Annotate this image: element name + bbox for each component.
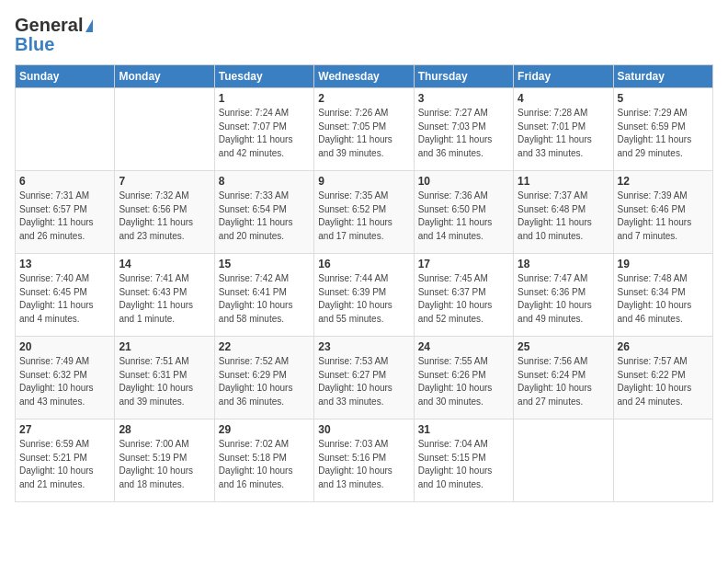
- calendar-table: SundayMondayTuesdayWednesdayThursdayFrid…: [15, 64, 713, 502]
- day-number: 25: [518, 340, 609, 353]
- calendar-cell: [613, 419, 712, 502]
- day-info: Sunrise: 7:44 AM Sunset: 6:39 PM Dayligh…: [318, 272, 409, 326]
- calendar-cell: 30Sunrise: 7:03 AM Sunset: 5:16 PM Dayli…: [314, 419, 414, 502]
- day-info: Sunrise: 7:31 AM Sunset: 6:57 PM Dayligh…: [19, 190, 110, 243]
- day-info: Sunrise: 7:48 AM Sunset: 6:34 PM Dayligh…: [618, 272, 709, 326]
- day-number: 9: [318, 175, 409, 188]
- calendar-cell: 21Sunrise: 7:51 AM Sunset: 6:31 PM Dayli…: [115, 337, 214, 419]
- calendar-cell: 23Sunrise: 7:53 AM Sunset: 6:27 PM Dayli…: [314, 337, 414, 419]
- calendar-cell: 11Sunrise: 7:37 AM Sunset: 6:48 PM Dayli…: [514, 171, 613, 254]
- day-number: 23: [318, 340, 409, 353]
- logo-blue-text: Blue: [15, 34, 54, 55]
- calendar-cell: 27Sunrise: 6:59 AM Sunset: 5:21 PM Dayli…: [16, 419, 115, 502]
- day-number: 19: [618, 258, 709, 270]
- weekday-header-row: SundayMondayTuesdayWednesdayThursdayFrid…: [16, 65, 713, 88]
- calendar-cell: 1Sunrise: 7:24 AM Sunset: 7:07 PM Daylig…: [214, 88, 313, 171]
- day-number: 6: [19, 175, 110, 188]
- day-info: Sunrise: 7:56 AM Sunset: 6:24 PM Dayligh…: [518, 355, 609, 408]
- calendar-cell: 9Sunrise: 7:35 AM Sunset: 6:52 PM Daylig…: [314, 171, 414, 254]
- calendar-cell: 25Sunrise: 7:56 AM Sunset: 6:24 PM Dayli…: [514, 337, 613, 419]
- calendar-cell: 31Sunrise: 7:04 AM Sunset: 5:15 PM Dayli…: [414, 419, 513, 502]
- calendar-cell: 15Sunrise: 7:42 AM Sunset: 6:41 PM Dayli…: [214, 254, 313, 337]
- day-info: Sunrise: 7:53 AM Sunset: 6:27 PM Dayligh…: [318, 355, 409, 408]
- day-number: 5: [618, 92, 709, 105]
- day-info: Sunrise: 7:52 AM Sunset: 6:29 PM Dayligh…: [219, 355, 310, 408]
- day-number: 28: [119, 423, 210, 436]
- calendar-cell: 16Sunrise: 7:44 AM Sunset: 6:39 PM Dayli…: [314, 254, 414, 337]
- calendar-cell: 10Sunrise: 7:36 AM Sunset: 6:50 PM Dayli…: [414, 171, 513, 254]
- day-number: 24: [418, 340, 509, 353]
- day-info: Sunrise: 7:26 AM Sunset: 7:05 PM Dayligh…: [318, 107, 409, 160]
- calendar-cell: 13Sunrise: 7:40 AM Sunset: 6:45 PM Dayli…: [16, 254, 115, 337]
- day-number: 3: [418, 92, 509, 105]
- day-number: 15: [219, 258, 310, 270]
- day-info: Sunrise: 7:32 AM Sunset: 6:56 PM Dayligh…: [119, 190, 210, 243]
- day-info: Sunrise: 7:49 AM Sunset: 6:32 PM Dayligh…: [19, 355, 110, 408]
- weekday-header-thursday: Thursday: [414, 65, 513, 88]
- calendar-cell: 5Sunrise: 7:29 AM Sunset: 6:59 PM Daylig…: [613, 88, 712, 171]
- day-number: 17: [418, 258, 509, 270]
- day-info: Sunrise: 7:02 AM Sunset: 5:18 PM Dayligh…: [219, 438, 310, 491]
- day-number: 16: [318, 258, 409, 270]
- day-info: Sunrise: 7:47 AM Sunset: 6:36 PM Dayligh…: [518, 272, 609, 326]
- logo-triangle-icon: [85, 19, 93, 32]
- day-number: 13: [19, 258, 110, 270]
- day-number: 10: [418, 175, 509, 188]
- day-info: Sunrise: 7:36 AM Sunset: 6:50 PM Dayligh…: [418, 190, 509, 243]
- week-row-4: 20Sunrise: 7:49 AM Sunset: 6:32 PM Dayli…: [16, 337, 713, 419]
- day-number: 26: [618, 340, 709, 353]
- day-number: 21: [119, 340, 210, 353]
- calendar-cell: 6Sunrise: 7:31 AM Sunset: 6:57 PM Daylig…: [16, 171, 115, 254]
- logo: General Blue: [15, 15, 93, 55]
- calendar-cell: 26Sunrise: 7:57 AM Sunset: 6:22 PM Dayli…: [613, 337, 712, 419]
- calendar-cell: 7Sunrise: 7:32 AM Sunset: 6:56 PM Daylig…: [115, 171, 214, 254]
- weekday-header-saturday: Saturday: [613, 65, 712, 88]
- calendar-cell: 22Sunrise: 7:52 AM Sunset: 6:29 PM Dayli…: [214, 337, 313, 419]
- weekday-header-tuesday: Tuesday: [214, 65, 313, 88]
- week-row-1: 1Sunrise: 7:24 AM Sunset: 7:07 PM Daylig…: [16, 88, 713, 171]
- day-number: 29: [219, 423, 310, 436]
- day-info: Sunrise: 7:04 AM Sunset: 5:15 PM Dayligh…: [418, 438, 509, 491]
- weekday-header-monday: Monday: [115, 65, 214, 88]
- calendar-cell: [115, 88, 214, 171]
- day-number: 30: [318, 423, 409, 436]
- day-number: 12: [618, 175, 709, 188]
- calendar-cell: 8Sunrise: 7:33 AM Sunset: 6:54 PM Daylig…: [214, 171, 313, 254]
- day-number: 18: [518, 258, 609, 270]
- day-info: Sunrise: 7:28 AM Sunset: 7:01 PM Dayligh…: [518, 107, 609, 160]
- day-info: Sunrise: 6:59 AM Sunset: 5:21 PM Dayligh…: [19, 438, 110, 491]
- day-info: Sunrise: 7:55 AM Sunset: 6:26 PM Dayligh…: [418, 355, 509, 408]
- calendar-cell: 29Sunrise: 7:02 AM Sunset: 5:18 PM Dayli…: [214, 419, 313, 502]
- day-info: Sunrise: 7:40 AM Sunset: 6:45 PM Dayligh…: [19, 272, 110, 326]
- day-info: Sunrise: 7:51 AM Sunset: 6:31 PM Dayligh…: [119, 355, 210, 408]
- day-number: 27: [19, 423, 110, 436]
- calendar-cell: 17Sunrise: 7:45 AM Sunset: 6:37 PM Dayli…: [414, 254, 513, 337]
- calendar-cell: 2Sunrise: 7:26 AM Sunset: 7:05 PM Daylig…: [314, 88, 414, 171]
- day-info: Sunrise: 7:41 AM Sunset: 6:43 PM Dayligh…: [119, 272, 210, 326]
- week-row-5: 27Sunrise: 6:59 AM Sunset: 5:21 PM Dayli…: [16, 419, 713, 502]
- day-number: 2: [318, 92, 409, 105]
- weekday-header-friday: Friday: [514, 65, 613, 88]
- logo-general-text: General: [15, 15, 83, 36]
- day-number: 7: [119, 175, 210, 188]
- day-info: Sunrise: 7:24 AM Sunset: 7:07 PM Dayligh…: [219, 107, 310, 160]
- calendar-cell: 12Sunrise: 7:39 AM Sunset: 6:46 PM Dayli…: [613, 171, 712, 254]
- week-row-2: 6Sunrise: 7:31 AM Sunset: 6:57 PM Daylig…: [16, 171, 713, 254]
- day-info: Sunrise: 7:27 AM Sunset: 7:03 PM Dayligh…: [418, 107, 509, 160]
- day-number: 31: [418, 423, 509, 436]
- weekday-header-sunday: Sunday: [16, 65, 115, 88]
- day-info: Sunrise: 7:39 AM Sunset: 6:46 PM Dayligh…: [618, 190, 709, 243]
- day-info: Sunrise: 7:57 AM Sunset: 6:22 PM Dayligh…: [618, 355, 709, 408]
- calendar-cell: 24Sunrise: 7:55 AM Sunset: 6:26 PM Dayli…: [414, 337, 513, 419]
- day-info: Sunrise: 7:37 AM Sunset: 6:48 PM Dayligh…: [518, 190, 609, 243]
- day-number: 22: [219, 340, 310, 353]
- calendar-cell: 19Sunrise: 7:48 AM Sunset: 6:34 PM Dayli…: [613, 254, 712, 337]
- day-number: 8: [219, 175, 310, 188]
- day-info: Sunrise: 7:35 AM Sunset: 6:52 PM Dayligh…: [318, 190, 409, 243]
- calendar-cell: [514, 419, 613, 502]
- day-number: 4: [518, 92, 609, 105]
- day-info: Sunrise: 7:29 AM Sunset: 6:59 PM Dayligh…: [618, 107, 709, 160]
- day-info: Sunrise: 7:42 AM Sunset: 6:41 PM Dayligh…: [219, 272, 310, 326]
- calendar-cell: 3Sunrise: 7:27 AM Sunset: 7:03 PM Daylig…: [414, 88, 513, 171]
- calendar-cell: 14Sunrise: 7:41 AM Sunset: 6:43 PM Dayli…: [115, 254, 214, 337]
